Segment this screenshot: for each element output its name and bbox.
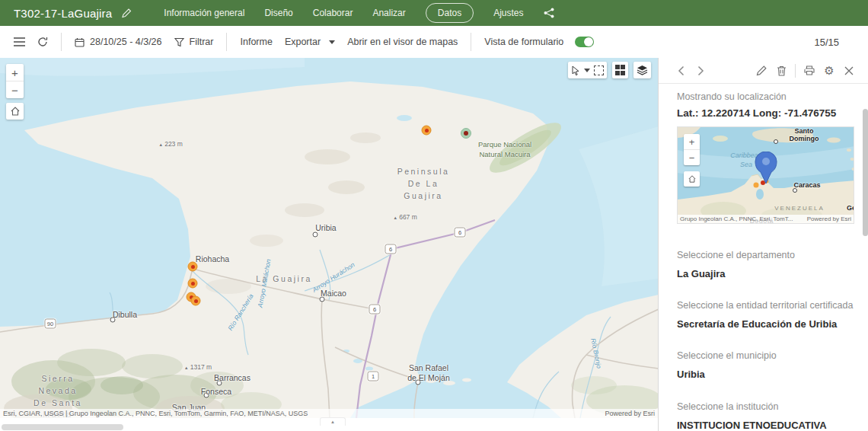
share-icon[interactable]	[544, 8, 554, 18]
refresh-button[interactable]	[31, 31, 54, 53]
coordinates-value: Lat.: 12.220714 Long: -71.476755	[677, 107, 854, 119]
delete-record-button[interactable]	[771, 61, 791, 81]
edit-title-icon[interactable]	[121, 8, 132, 18]
cursor-icon	[571, 65, 580, 75]
field-label: Seleccione el departamento	[677, 250, 854, 260]
header-nav: Información generalDiseñoColaborarAnaliz…	[164, 3, 523, 23]
form-fields: Seleccione el departamentoLa GuajiraSele…	[677, 250, 854, 431]
form-view-toggle[interactable]	[575, 37, 594, 47]
nav-item-analizar[interactable]: Analizar	[372, 8, 405, 18]
nav-item-ajustes[interactable]: Ajustes	[493, 8, 523, 18]
field-label: Seleccione la institución	[677, 401, 854, 412]
date-range-label: 28/10/25 - 4/3/26	[90, 37, 162, 47]
panel-scrollbar[interactable]	[863, 109, 868, 236]
settings-gear-icon[interactable]: ⚙	[819, 61, 839, 81]
attribution-text: Esri, CGIAR, USGS | Grupo Ingeolan C.A.,…	[3, 410, 308, 417]
minimap-zoom-out-button[interactable]: −	[684, 149, 700, 165]
panel-separator	[795, 64, 796, 78]
nav-item-datos[interactable]: Datos	[426, 3, 474, 23]
field-seleccione-la-institucio-n: Seleccione la instituciónINSTITUCION ETN…	[677, 401, 854, 431]
zoom-out-button[interactable]: −	[6, 81, 24, 98]
date-range-filter[interactable]: 28/10/25 - 4/3/26	[69, 31, 168, 53]
nav-item-informacio-n-general[interactable]: Información general	[164, 8, 244, 18]
minimap-powered-by: Powered by Esri	[807, 216, 851, 222]
minimap-label-ge: Ge	[847, 204, 854, 212]
filter-button[interactable]: Filtrar	[168, 31, 220, 53]
chevron-down-icon	[329, 40, 335, 44]
home-button[interactable]	[6, 103, 24, 120]
select-tool-group[interactable]	[568, 62, 607, 78]
field-seleccione-el-municipio: Seleccione el municipioUribia	[677, 350, 854, 382]
zoom-in-button[interactable]: +	[6, 64, 24, 81]
chevron-down-icon	[584, 69, 590, 72]
minimap-attribution: Grupo Ingeolan C.A., PNNC, Esri, TomT...…	[678, 215, 854, 223]
record-details: Mostrando su localización Lat.: 12.22071…	[659, 84, 868, 431]
main-map[interactable]: Peninsula De La GuajiraLa GuajiraSierra …	[0, 58, 659, 418]
powered-by-esri: Powered by Esri	[605, 410, 655, 417]
content-area: Peninsula De La GuajiraLa GuajiraSierra …	[0, 58, 868, 431]
field-value: La Guajira	[677, 267, 854, 281]
field-value: Secretaría de Educación de Uribia	[677, 318, 854, 331]
minimap-label-venezuela: VENEZUELA	[774, 205, 825, 212]
app-window: T302-17-LaGuajira Información generalDis…	[0, 0, 868, 431]
record-panel: ⚙ Mostrando su localización Lat.: 12.220…	[658, 58, 868, 431]
minimap-label-santo-domingo: Santo Domingo	[780, 127, 829, 142]
form-view-control: Vista de formulario	[478, 31, 600, 53]
toolbar-separator	[226, 33, 227, 51]
header-bar: T302-17-LaGuajira Información generalDis…	[0, 0, 868, 26]
grid-icon	[615, 65, 626, 75]
table-expand-tab[interactable]: ▲	[320, 417, 346, 426]
survey-point[interactable]	[188, 262, 198, 272]
minimap-attribution-text: Grupo Ingeolan C.A., PNNC, Esri, TomT...	[680, 216, 793, 222]
location-question-label: Mostrando su localización	[677, 91, 854, 102]
survey-point[interactable]	[191, 296, 201, 306]
minimap-zoom-in-button[interactable]: +	[684, 134, 700, 149]
marquee-select-icon	[594, 65, 604, 75]
next-record-button[interactable]	[691, 61, 710, 81]
nav-item-colaborar[interactable]: Colaborar	[313, 8, 353, 18]
export-button[interactable]: Exportar	[279, 31, 341, 53]
calendar-icon	[75, 37, 85, 47]
minimap-label-caracas: Caracas	[793, 181, 820, 189]
previous-record-button[interactable]	[671, 61, 691, 81]
edit-record-button[interactable]	[752, 61, 771, 81]
print-record-button[interactable]	[799, 61, 819, 81]
close-panel-button[interactable]	[839, 61, 859, 81]
field-value: Uribia	[677, 368, 854, 382]
funnel-icon	[174, 37, 184, 47]
basemap	[0, 58, 659, 418]
horizontal-scrollbar[interactable]	[2, 424, 123, 430]
survey-point[interactable]	[422, 126, 432, 136]
form-view-label: Vista de formulario	[484, 37, 563, 47]
field-label: Seleccione el municipio	[677, 350, 854, 361]
field-value: INSTITUCION ETNOEDUCATIVA INTEGRAL RURAL…	[677, 419, 854, 431]
record-panel-header: ⚙	[659, 58, 868, 83]
layers-button[interactable]	[633, 62, 651, 78]
menu-button[interactable]	[8, 31, 31, 53]
field-label: Seleccione la entidad territorial certif…	[677, 300, 854, 311]
record-count: 15/15	[814, 37, 860, 48]
minimap-city-marker-santo-domingo	[774, 139, 778, 144]
location-pin-icon	[755, 152, 777, 185]
survey-title: T302-17-LaGuajira	[14, 7, 112, 20]
nav-item-disen-o[interactable]: Diseño	[264, 8, 292, 18]
open-map-viewer-button[interactable]: Abrir en el visor de mapas	[341, 31, 464, 53]
survey-point[interactable]	[461, 128, 471, 139]
field-seleccione-el-departamento: Seleccione el departamentoLa Guajira	[677, 250, 854, 281]
toolbar-separator	[61, 33, 62, 51]
filter-label: Filtrar	[190, 37, 214, 47]
toolbar: 28/10/25 - 4/3/26 Filtrar Informe Export…	[0, 26, 868, 58]
location-minimap[interactable]: Santo DomingoCaribbean SeaCaracasVENEZUE…	[677, 126, 854, 224]
field-seleccione-la-entidad-territorial-certificada: Seleccione la entidad territorial certif…	[677, 300, 854, 331]
minimap-zoom-control: + −	[684, 134, 700, 165]
toolbar-separator	[471, 33, 471, 51]
minimap-home-button[interactable]	[684, 171, 700, 187]
basemap-button[interactable]	[612, 62, 629, 78]
export-label: Exportar	[285, 37, 321, 47]
report-button[interactable]: Informe	[234, 31, 278, 53]
survey-point[interactable]	[188, 279, 198, 289]
map-tools	[568, 62, 652, 78]
map-area: Peninsula De La GuajiraLa GuajiraSierra …	[0, 58, 658, 431]
toggle-knob	[584, 37, 593, 46]
map-zoom-control: + −	[6, 64, 24, 98]
